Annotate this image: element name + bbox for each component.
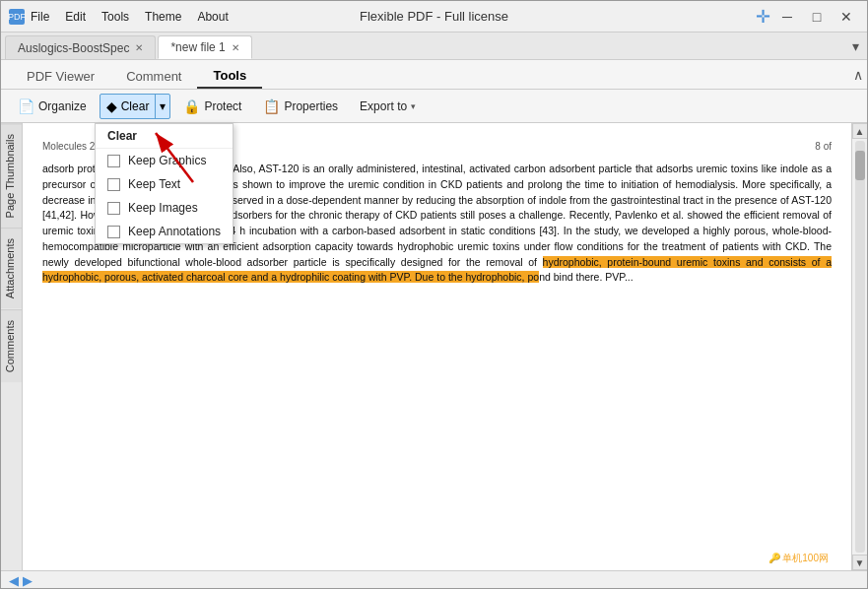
section-tab-tools[interactable]: Tools — [197, 63, 262, 89]
section-collapse-button[interactable]: ∧ — [853, 67, 863, 83]
scrollbar-thumb[interactable] — [855, 151, 865, 180]
minimize-button[interactable]: ─ — [774, 6, 800, 28]
protect-label: Protect — [204, 99, 241, 113]
clear-button-main[interactable]: ◆ Clear — [100, 95, 157, 118]
properties-button[interactable]: 📋 Properties — [254, 94, 347, 119]
window-controls: ✛ ─ □ ✕ — [756, 6, 859, 28]
organize-button[interactable]: 📄 Organize — [9, 94, 96, 119]
keep-annotations-label: Keep Annotations — [128, 225, 221, 238]
menu-file[interactable]: File — [31, 10, 49, 24]
keep-text-checkbox[interactable] — [107, 178, 120, 191]
export-dropdown-icon: ▾ — [411, 101, 416, 111]
tab-0[interactable]: Auslogics-BoostSpec ✕ — [5, 35, 156, 59]
menu-bar: File Edit Tools Theme About — [31, 10, 229, 24]
watermark-icon: 🔑 — [768, 553, 780, 563]
watermark: 🔑 单机100网 — [766, 550, 832, 566]
dropdown-chevron-icon: ▾ — [160, 99, 166, 113]
menu-tools[interactable]: Tools — [101, 10, 129, 24]
sidebar-tab-attachments[interactable]: Attachments — [1, 228, 22, 308]
pdf-text-continuation: nd bind there. PVP... — [539, 271, 634, 283]
title-bar-left: PDF File Edit Tools Theme About — [9, 9, 229, 25]
app-icon: PDF — [9, 9, 25, 25]
sidebar-tab-page-thumbnails[interactable]: Page Thumbnails — [1, 123, 22, 228]
organize-label: Organize — [38, 99, 87, 113]
title-bar: PDF File Edit Tools Theme About Flexible… — [1, 1, 867, 33]
right-scrollbar: ▲ ▼ — [851, 123, 867, 570]
keep-images-label: Keep Images — [128, 201, 198, 215]
tab-0-close[interactable]: ✕ — [135, 42, 143, 53]
clear-button-group[interactable]: ◆ Clear ▾ — [100, 94, 171, 119]
scrollbar-track[interactable] — [855, 141, 865, 553]
section-tab-pdf-viewer[interactable]: PDF Viewer — [11, 63, 110, 89]
menu-edit[interactable]: Edit — [65, 10, 86, 24]
section-tabs: PDF Viewer Comment Tools ∧ — [1, 60, 867, 90]
pdf-header-right: 8 of — [815, 139, 832, 154]
keep-images-checkbox[interactable] — [107, 202, 120, 215]
export-to-label: Export to — [360, 99, 407, 113]
bottom-bar: ◀ ▶ — [1, 570, 867, 589]
dropdown-item-keep-images[interactable]: Keep Images — [96, 196, 233, 220]
close-button[interactable]: ✕ — [834, 6, 859, 28]
page-navigation: ◀ ▶ — [9, 573, 33, 588]
maximize-button[interactable]: □ — [804, 6, 830, 28]
left-sidebar: Page Thumbnails Attachments Comments — [1, 123, 23, 570]
scrollbar-up-arrow[interactable]: ▲ — [852, 123, 868, 139]
protect-icon: 🔒 — [183, 98, 200, 114]
menu-theme[interactable]: Theme — [145, 10, 181, 24]
page-prev-button[interactable]: ◀ — [9, 573, 19, 588]
dropdown-item-keep-text[interactable]: Keep Text — [96, 172, 233, 196]
window-title: Flexible PDF - Full license — [360, 9, 508, 24]
watermark-text: 单机100网 — [782, 553, 829, 563]
export-to-button[interactable]: Export to ▾ — [351, 94, 425, 119]
menu-about[interactable]: About — [197, 10, 228, 24]
protect-button[interactable]: 🔒 Protect — [174, 94, 250, 119]
properties-icon: 📋 — [263, 98, 280, 114]
keep-text-label: Keep Text — [128, 177, 180, 191]
clear-dropdown-menu: Clear Keep Graphics Keep Text Keep Image… — [95, 123, 234, 244]
tab-overflow-button[interactable]: ▾ — [848, 38, 863, 54]
section-tab-comment[interactable]: Comment — [110, 63, 197, 89]
tab-0-label: Auslogics-BoostSpec — [18, 41, 129, 55]
tab-1-label: *new file 1 — [170, 40, 225, 54]
keep-graphics-checkbox[interactable] — [107, 155, 120, 167]
action-toolbar: 📄 Organize ◆ Clear ▾ 🔒 Protect 📋 Propert… — [1, 90, 867, 123]
page-next-button[interactable]: ▶ — [23, 573, 33, 588]
organize-icon: 📄 — [18, 98, 34, 114]
tab-1[interactable]: *new file 1 ✕ — [158, 35, 251, 59]
properties-label: Properties — [284, 99, 338, 113]
keep-annotations-checkbox[interactable] — [107, 226, 120, 238]
highlighted-text: hydrophobic, protein-bound uremic toxins… — [42, 256, 832, 284]
keep-graphics-label: Keep Graphics — [128, 154, 206, 167]
dropdown-header: Clear — [96, 124, 233, 149]
tab-bar: Auslogics-BoostSpec ✕ *new file 1 ✕ ▾ — [1, 33, 867, 60]
sidebar-tab-comments[interactable]: Comments — [1, 309, 22, 382]
dropdown-item-keep-graphics[interactable]: Keep Graphics — [96, 149, 233, 172]
scrollbar-down-arrow[interactable]: ▼ — [852, 555, 868, 570]
clear-dropdown-arrow[interactable]: ▾ — [156, 95, 169, 118]
dropdown-item-keep-annotations[interactable]: Keep Annotations — [96, 220, 233, 243]
clear-label: Clear — [121, 99, 150, 113]
clear-icon: ◆ — [106, 98, 117, 114]
tab-1-close[interactable]: ✕ — [232, 42, 239, 53]
move-icon: ✛ — [756, 6, 770, 28]
